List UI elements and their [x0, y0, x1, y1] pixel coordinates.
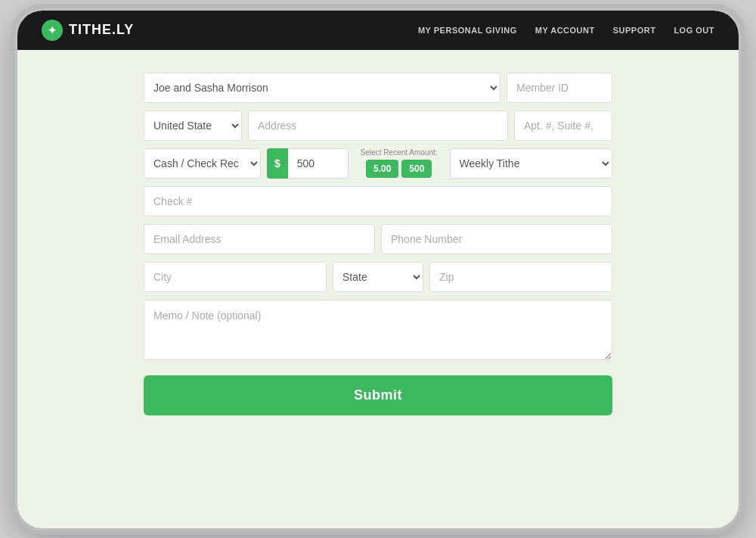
row-check [144, 186, 612, 216]
personal-giving-link[interactable]: MY PERSONAL GIVING [418, 26, 517, 35]
form-container: Joe and Sasha Morrison United State Cash… [144, 73, 612, 415]
zip-input[interactable] [429, 262, 612, 292]
submit-button[interactable]: Submit [144, 375, 612, 415]
navbar-links: MY PERSONAL GIVING MY ACCOUNT SUPPORT LO… [418, 26, 714, 35]
email-input[interactable] [144, 224, 375, 254]
support-link[interactable]: SUPPORT [613, 26, 656, 35]
brand-icon: ✦ [42, 20, 63, 41]
tablet-frame: ✦ TITHE.LY MY PERSONAL GIVING MY ACCOUNT… [15, 8, 741, 530]
recent-amount-2[interactable]: 500 [401, 160, 432, 178]
recent-label: Select Recent Amount: [361, 148, 438, 157]
row-address: United State [144, 110, 612, 141]
row-payment: Cash / Check Rec $ Select Recent Amount:… [144, 148, 612, 179]
amount-section: $ [267, 148, 349, 179]
brand-name: TITHE.LY [69, 22, 134, 38]
state-select[interactable]: State [333, 262, 423, 292]
city-input[interactable] [144, 262, 327, 292]
row-email-phone [144, 224, 612, 254]
dollar-prefix: $ [267, 148, 288, 179]
recent-amount-1[interactable]: 5.00 [366, 160, 398, 178]
name-select[interactable]: Joe and Sasha Morrison [144, 73, 500, 103]
recent-amounts: Select Recent Amount: 5.00 500 [361, 148, 438, 179]
amount-input[interactable] [288, 148, 349, 179]
country-select[interactable]: United State [144, 110, 242, 141]
row-memo [144, 300, 612, 360]
row-city-state-zip: State [144, 262, 612, 292]
apt-input[interactable] [514, 110, 612, 141]
logout-link[interactable]: LOG OUT [674, 26, 714, 35]
address-input[interactable] [248, 110, 508, 141]
recent-buttons: 5.00 500 [366, 160, 432, 178]
check-input[interactable] [144, 186, 612, 216]
my-account-link[interactable]: MY ACCOUNT [535, 26, 595, 35]
memo-textarea[interactable] [144, 300, 612, 360]
payment-select[interactable]: Cash / Check Rec [144, 148, 261, 179]
main-content: Joe and Sasha Morrison United State Cash… [17, 50, 739, 528]
brand: ✦ TITHE.LY [42, 20, 134, 41]
tablet-button-right [739, 262, 741, 277]
frequency-select[interactable]: Weekly Tithe [450, 148, 612, 179]
navbar: ✦ TITHE.LY MY PERSONAL GIVING MY ACCOUNT… [17, 11, 739, 50]
tablet-button-left [15, 250, 17, 288]
member-id-input[interactable] [507, 73, 612, 103]
phone-input[interactable] [381, 224, 612, 254]
row-name: Joe and Sasha Morrison [144, 73, 612, 103]
